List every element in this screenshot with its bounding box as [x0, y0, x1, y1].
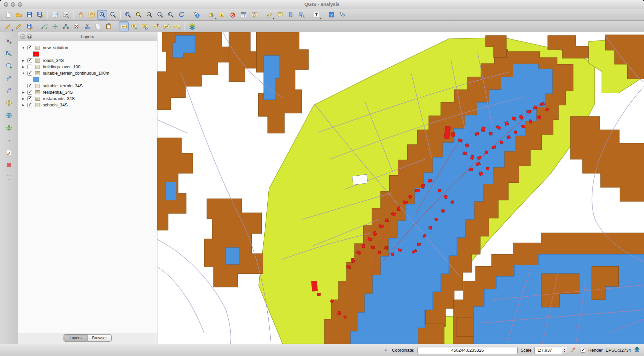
cut-features-button[interactable]	[82, 21, 92, 31]
map-canvas[interactable]	[157, 32, 644, 344]
layer-expander-icon[interactable]: ▶	[21, 65, 26, 69]
layer-row[interactable]: ▶residential_34S	[18, 89, 157, 95]
refresh-map-button[interactable]	[176, 10, 186, 20]
layer-row[interactable]: ▶schools_34S	[18, 102, 157, 108]
layer-expander-icon[interactable]: ▶	[21, 97, 26, 100]
change-label-button[interactable]: abc	[172, 21, 182, 31]
map-themes-button[interactable]	[187, 21, 197, 31]
layer-row[interactable]: ▼new_solution	[18, 44, 157, 51]
minimize-button[interactable]	[11, 2, 15, 7]
layer-expander-icon[interactable]: ▼	[21, 72, 26, 75]
layer-visibility-checkbox[interactable]	[27, 58, 32, 63]
save-project-as-button[interactable]	[35, 10, 45, 20]
save-layer-edits-button[interactable]	[24, 21, 34, 31]
zoom-last-button[interactable]	[155, 10, 165, 20]
scale-stepper[interactable]: ▲▼	[562, 347, 567, 354]
close-button[interactable]	[4, 2, 8, 7]
zoom-full-extent-button[interactable]	[123, 10, 133, 20]
add-feature-button[interactable]	[39, 21, 49, 31]
add-delimited-text-layer-button[interactable]: ,	[4, 135, 14, 145]
panel-close-button[interactable]: ×	[20, 34, 25, 39]
scale-combo[interactable]: 1:7,937 ▲▼	[534, 347, 567, 354]
layer-expander-icon[interactable]: ▶	[21, 103, 26, 107]
new-print-composer-button[interactable]	[50, 10, 60, 20]
current-edits-button[interactable]: ▾	[3, 21, 13, 31]
new-shapefile-layer-button[interactable]	[4, 148, 14, 158]
dropdown-arrow-icon[interactable]: ▾	[215, 17, 217, 20]
add-vector-layer-button[interactable]	[4, 36, 14, 46]
text-annotation-button[interactable]: T▾	[311, 10, 321, 20]
new-project-button[interactable]	[3, 10, 13, 20]
layer-row[interactable]: ▼suitable_terrain_continuous_100m	[18, 70, 157, 76]
layer-row[interactable]: suitable_terrain_34S	[18, 83, 157, 89]
node-tool-button[interactable]	[61, 21, 71, 31]
layer-expander-icon[interactable]: ▶	[21, 91, 26, 94]
composer-manager-button[interactable]	[61, 10, 71, 20]
select-features-button[interactable]: ▾	[207, 10, 217, 20]
layer-visibility-checkbox[interactable]	[27, 96, 32, 101]
zoom-to-selection-button[interactable]	[134, 10, 144, 20]
toolbar-placeholder-button[interactable]	[4, 172, 14, 182]
cut-icon	[84, 23, 91, 30]
deselect-all-button[interactable]	[228, 10, 238, 20]
move-label-button[interactable]: ab	[129, 21, 139, 31]
zoom-window-button[interactable]	[18, 2, 22, 7]
dropdown-arrow-icon[interactable]: ▾	[273, 17, 274, 20]
dropdown-arrow-icon[interactable]: ▾	[11, 28, 13, 32]
layer-row[interactable]: ▶roads_34S	[18, 57, 157, 64]
help-contents-button[interactable]: ?	[327, 10, 337, 20]
add-wfs-layer-button[interactable]	[4, 123, 14, 133]
add-oracle-layer-button[interactable]	[4, 98, 14, 108]
pan-map-button[interactable]	[76, 10, 86, 20]
layer-visibility-checkbox[interactable]	[27, 71, 32, 76]
tab-layers[interactable]: Layers	[63, 334, 88, 342]
render-checkbox[interactable]	[581, 348, 585, 353]
pin-labels-button[interactable]: abc	[151, 21, 161, 31]
zoom-next-button[interactable]	[166, 10, 176, 20]
measure-line-button[interactable]: ▾	[264, 10, 274, 20]
layer-visibility-checkbox[interactable]	[27, 84, 32, 88]
coordinate-input[interactable]	[417, 347, 518, 354]
open-attribute-table-button[interactable]	[239, 10, 249, 20]
new-bookmark-button[interactable]	[286, 10, 296, 20]
new-memory-layer-button[interactable]	[4, 160, 14, 170]
dropdown-arrow-icon[interactable]: ▾	[320, 17, 321, 20]
layer-row[interactable]: ▶buildings_over_100	[18, 64, 157, 70]
zoom-to-layer-button[interactable]	[144, 10, 154, 20]
tab-browser[interactable]: Browser	[88, 334, 112, 342]
select-by-expression-button[interactable]: ε	[217, 10, 227, 20]
labeling-button[interactable]: abc	[119, 21, 129, 31]
rotate-label-button[interactable]: ab	[140, 21, 150, 31]
show-bookmarks-button[interactable]	[296, 10, 306, 20]
copy-features-button[interactable]	[93, 21, 103, 31]
layer-visibility-checkbox[interactable]	[27, 90, 32, 95]
add-wms-layer-button[interactable]	[4, 110, 14, 120]
layer-expander-icon[interactable]: ▼	[21, 46, 26, 50]
toggle-editing-button[interactable]	[14, 21, 24, 31]
layer-visibility-checkbox[interactable]	[27, 46, 32, 50]
layer-expander-icon[interactable]: ▶	[21, 59, 26, 62]
layer-row[interactable]: ▶restaurants_34S	[18, 95, 157, 102]
stop-rendering-icon[interactable]	[570, 347, 576, 354]
paste-features-button[interactable]	[104, 21, 114, 31]
panel-float-button[interactable]	[27, 34, 32, 39]
open-project-button[interactable]	[14, 10, 24, 20]
layer-visibility-checkbox[interactable]	[27, 65, 32, 69]
pan-to-selection-button[interactable]	[87, 10, 97, 20]
add-spatialite-layer-button[interactable]	[4, 73, 14, 83]
crs-status-icon[interactable]	[634, 347, 640, 354]
delete-selected-button[interactable]	[72, 21, 82, 31]
save-project-button[interactable]	[24, 10, 34, 20]
add-postgis-layer-button[interactable]	[4, 61, 14, 71]
field-calculator-button[interactable]	[249, 10, 259, 20]
map-tips-button[interactable]	[275, 10, 285, 20]
add-mssql-layer-button[interactable]	[4, 86, 14, 96]
zoom-in-button[interactable]	[97, 10, 107, 20]
zoom-out-button[interactable]	[108, 10, 118, 20]
move-feature-button[interactable]	[50, 21, 60, 31]
layer-visibility-checkbox[interactable]	[27, 103, 32, 107]
whats-this-button[interactable]: ?	[337, 10, 347, 20]
identify-features-button[interactable]: i	[191, 10, 202, 20]
add-raster-layer-button[interactable]	[4, 49, 14, 59]
show-hide-labels-button[interactable]: abc	[161, 21, 171, 31]
